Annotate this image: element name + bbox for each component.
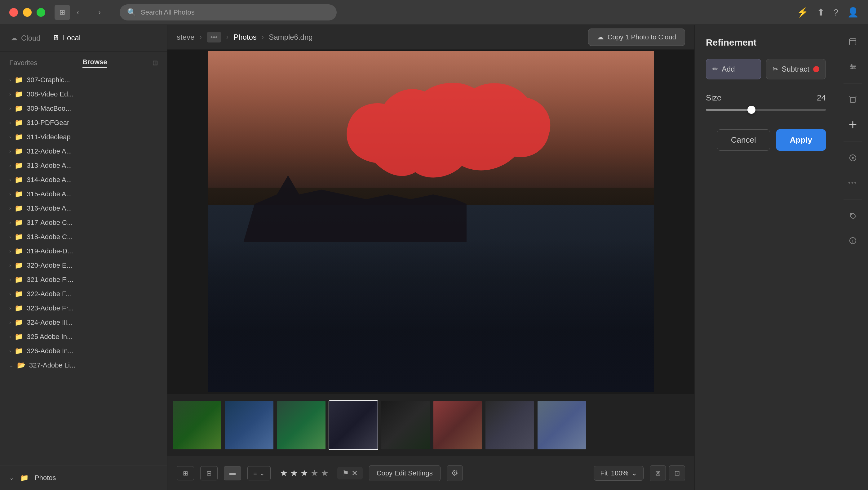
list-item[interactable]: › 📁 325 Adobe In... bbox=[0, 330, 167, 344]
list-item[interactable]: › 📁 316-Adobe A... bbox=[0, 201, 167, 216]
star-rating[interactable]: ★ ★ ★ ★ ★ bbox=[280, 468, 329, 478]
forward-button[interactable]: › bbox=[92, 5, 107, 20]
dots-menu-icon[interactable]: ••• bbox=[842, 172, 864, 193]
tag-icon[interactable] bbox=[842, 205, 864, 227]
list-item[interactable]: › 📁 310-PDFGear bbox=[0, 116, 167, 130]
filmstrip-thumb[interactable] bbox=[537, 400, 587, 450]
cancel-button[interactable]: Cancel bbox=[717, 129, 770, 151]
size-slider[interactable] bbox=[706, 109, 826, 111]
share-icon[interactable]: ⬆ bbox=[817, 7, 825, 18]
filmstrip-thumb[interactable] bbox=[485, 400, 534, 450]
copy-to-cloud-button[interactable]: ☁ Copy 1 Photo to Cloud bbox=[588, 29, 685, 46]
star-4[interactable]: ★ bbox=[311, 468, 318, 478]
compare-overlay-button[interactable]: ⊡ bbox=[669, 465, 685, 481]
zoom-control[interactable]: Fit 100% ⌄ bbox=[594, 466, 644, 481]
circle-adjust-icon[interactable] bbox=[842, 147, 864, 169]
breadcrumb-file[interactable]: Sample6.dng bbox=[269, 33, 312, 41]
breadcrumb-dots[interactable]: ••• bbox=[207, 32, 221, 42]
info-icon[interactable]: i bbox=[842, 230, 864, 251]
list-item[interactable]: ⌄ 📂 327-Adobe Li... bbox=[0, 358, 167, 372]
refinement-tools: ✏ Add ✂ Subtract bbox=[706, 59, 826, 80]
filmstrip-thumb[interactable] bbox=[173, 400, 222, 450]
thumb-image bbox=[173, 401, 221, 449]
tab-cloud[interactable]: ☁ Cloud bbox=[9, 31, 42, 45]
right-toolbar: ••• i bbox=[837, 25, 868, 490]
star-2[interactable]: ★ bbox=[290, 468, 298, 478]
photos-folder-item[interactable]: ⌄ 📁 Photos bbox=[9, 471, 158, 485]
tab-local[interactable]: 🖥 Local bbox=[51, 31, 82, 45]
compare-split-button[interactable]: ⊠ bbox=[650, 465, 666, 481]
filmstrip-thumb[interactable] bbox=[433, 400, 483, 450]
tools-icon[interactable] bbox=[842, 31, 864, 53]
main-layout: ☁ Cloud 🖥 Local Favorites Browse ⊞ › 📁 3… bbox=[0, 25, 868, 490]
add-refinement-button[interactable]: ✏ Add bbox=[706, 59, 761, 80]
chevron-right-icon: › bbox=[9, 220, 11, 225]
thumb-image bbox=[277, 401, 326, 449]
list-item[interactable]: › 📁 317-Adobe C... bbox=[0, 216, 167, 230]
star-3[interactable]: ★ bbox=[300, 468, 308, 478]
user-icon[interactable]: 👤 bbox=[847, 7, 859, 18]
nav-buttons: ‹ › bbox=[70, 5, 107, 20]
star-5[interactable]: ★ bbox=[321, 468, 329, 478]
grid-view-icon[interactable]: ⊞ bbox=[152, 59, 158, 67]
breadcrumb-steve[interactable]: steve bbox=[177, 33, 194, 41]
grid-view-button[interactable]: ⊞ bbox=[177, 466, 194, 480]
sort-button[interactable]: ≡ ⌄ bbox=[247, 466, 271, 480]
back-button[interactable]: ‹ bbox=[70, 5, 86, 20]
list-item[interactable]: › 📁 313-Adobe A... bbox=[0, 158, 167, 173]
split-view-button[interactable]: ⊟ bbox=[200, 466, 218, 480]
list-item[interactable]: › 📁 308-Video Ed... bbox=[0, 87, 167, 101]
filmstrip-thumb[interactable] bbox=[381, 400, 430, 450]
slider-thumb[interactable] bbox=[747, 106, 755, 114]
list-item[interactable]: › 📁 321-Adobe Fi... bbox=[0, 273, 167, 287]
divider bbox=[843, 141, 862, 142]
adjust-icon[interactable] bbox=[842, 56, 864, 78]
close-button[interactable] bbox=[9, 8, 18, 17]
search-icon: 🔍 bbox=[127, 8, 136, 17]
list-item[interactable]: › 📁 307-Graphic... bbox=[0, 73, 167, 87]
list-item[interactable]: › 📁 324-Adobe Ill... bbox=[0, 315, 167, 330]
sidebar-toggle-icon[interactable]: ⊞ bbox=[55, 5, 70, 20]
settings-gear-button[interactable]: ⚙ bbox=[447, 465, 463, 481]
filmstrip-thumb[interactable] bbox=[224, 400, 274, 450]
healing-icon[interactable] bbox=[842, 114, 864, 135]
flag-icon[interactable]: ⚑ bbox=[342, 469, 349, 478]
star-1[interactable]: ★ bbox=[280, 468, 288, 478]
list-item[interactable]: › 📁 319-Adobe-D... bbox=[0, 244, 167, 258]
list-item[interactable]: › 📁 323-Adobe Fr... bbox=[0, 301, 167, 315]
list-item[interactable]: › 📁 314-Adobe A... bbox=[0, 173, 167, 187]
apply-button[interactable]: Apply bbox=[776, 129, 826, 151]
help-icon[interactable]: ? bbox=[833, 7, 839, 18]
search-bar[interactable]: 🔍 Search All Photos bbox=[120, 4, 337, 21]
filter-icon[interactable]: ⚡ bbox=[797, 7, 808, 18]
list-item[interactable]: › 📁 318-Adobe C... bbox=[0, 230, 167, 244]
filmstrip-thumb[interactable] bbox=[277, 400, 326, 450]
photo-main-area[interactable] bbox=[167, 50, 694, 394]
filmstrip-thumb-selected[interactable] bbox=[329, 400, 378, 450]
tab-local-label: Local bbox=[63, 33, 81, 42]
breadcrumb-photos[interactable]: Photos bbox=[234, 33, 257, 41]
list-item[interactable]: › 📁 326-Adobe In... bbox=[0, 344, 167, 358]
folder-closed-icon: 📁 bbox=[14, 276, 23, 284]
subtract-refinement-button[interactable]: ✂ Subtract bbox=[766, 59, 826, 80]
list-item[interactable]: › 📁 320-Adobe E... bbox=[0, 258, 167, 273]
list-item[interactable]: › 📁 315-Adobe A... bbox=[0, 187, 167, 201]
list-item[interactable]: › 📁 311-Videoleap bbox=[0, 130, 167, 144]
transform-icon[interactable] bbox=[842, 89, 864, 111]
copy-edit-settings-button[interactable]: Copy Edit Settings bbox=[369, 465, 440, 481]
thumb-image bbox=[329, 401, 378, 449]
single-view-button[interactable]: ▬ bbox=[224, 466, 241, 480]
favorites-label: Favorites bbox=[9, 59, 37, 67]
list-item[interactable]: › 📁 309-MacBoo... bbox=[0, 101, 167, 116]
folder-closed-icon: 📁 bbox=[14, 233, 23, 241]
list-item[interactable]: › 📁 312-Adobe A... bbox=[0, 144, 167, 158]
reject-icon[interactable]: ✕ bbox=[351, 469, 358, 478]
minimize-button[interactable] bbox=[23, 8, 32, 17]
flag-controls[interactable]: ⚑ ✕ bbox=[337, 467, 363, 480]
folder-open-icon: 📂 bbox=[17, 361, 25, 369]
maximize-button[interactable] bbox=[37, 8, 45, 17]
thumb-image bbox=[537, 401, 586, 449]
content-area: steve › ••• › Photos › Sample6.dng ☁ Cop… bbox=[167, 25, 694, 490]
chevron-right-icon: › bbox=[9, 291, 11, 297]
list-item[interactable]: › 📁 322-Adobe F... bbox=[0, 287, 167, 301]
